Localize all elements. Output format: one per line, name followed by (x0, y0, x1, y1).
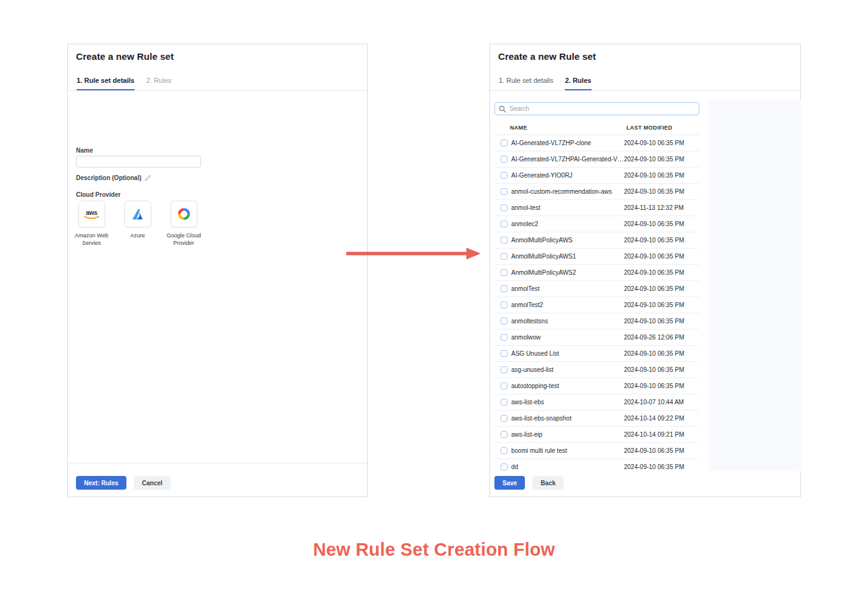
rule-name-cell: AnmolMultiPolicyAWS2 (511, 269, 624, 276)
search-input[interactable] (509, 105, 695, 112)
table-row[interactable]: aws-list-ebs-snapshot 2024-10-14 09:22 P… (494, 411, 699, 427)
rule-name-cell: ASG Unused List (511, 350, 624, 357)
save-button[interactable]: Save (494, 476, 525, 490)
provider-row: aws Amazon Web Servies (72, 201, 204, 247)
create-ruleset-dialog-step2: Create a new Rule set 1. Rule set detail… (489, 44, 801, 497)
row-checkbox[interactable] (501, 350, 507, 357)
last-modified-cell: 2024-09-10 06:35 PM (624, 237, 684, 244)
provider-option-gcp[interactable]: Google Cloud Provider (164, 201, 204, 247)
flow-arrow-icon (344, 245, 483, 262)
provider-name-aws: Amazon Web Servies (72, 232, 111, 247)
row-checkbox[interactable] (501, 204, 507, 211)
provider-card-gcp[interactable] (171, 201, 197, 227)
row-checkbox[interactable] (501, 253, 507, 260)
search-box[interactable] (494, 102, 699, 115)
provider-name-gcp: Google Cloud Provider (164, 232, 204, 247)
back-button[interactable]: Back (532, 476, 564, 490)
row-checkbox[interactable] (501, 431, 507, 438)
table-row[interactable]: anmolwow 2024-09-26 12:06 PM (494, 330, 699, 346)
table-header: NAME LAST MODIFIED (494, 120, 699, 135)
rule-name-cell: anmolwow (511, 334, 624, 341)
row-checkbox[interactable] (501, 334, 507, 341)
table-row[interactable]: anmoltestsns 2024-09-10 06:35 PM (494, 313, 699, 330)
row-checkbox[interactable] (501, 221, 507, 227)
row-checkbox[interactable] (501, 318, 507, 325)
tab-rules[interactable]: 2. Rules (565, 75, 591, 90)
row-checkbox[interactable] (501, 140, 507, 146)
row-checkbox[interactable] (501, 237, 507, 244)
table-row[interactable]: anmol-custom-recommendation-aws 2024-09-… (494, 184, 699, 200)
last-modified-cell: 2024-09-10 06:35 PM (624, 221, 684, 227)
last-modified-cell: 2024-09-10 06:35 PM (624, 269, 684, 276)
cancel-button[interactable]: Cancel (134, 476, 171, 490)
table-row[interactable]: anmol-test 2024-11-13 12:32 PM (494, 200, 699, 216)
rule-details-panel (709, 100, 801, 471)
table-row[interactable]: anmolTest2 2024-09-10 06:35 PM (494, 297, 699, 313)
last-modified-cell: 2024-09-10 06:35 PM (624, 253, 684, 260)
row-checkbox[interactable] (501, 285, 507, 292)
provider-card-aws[interactable]: aws (78, 201, 105, 227)
next-rules-button[interactable]: Next: Rules (76, 476, 126, 490)
cloud-provider-label: Cloud Provider (76, 191, 121, 198)
table-row[interactable]: AnmolMultiPolicyAWS2 2024-09-10 06:35 PM (494, 265, 699, 281)
last-modified-cell: 2024-09-10 06:35 PM (624, 318, 684, 325)
table-row[interactable]: AI-Generated-VL7ZHP-clone 2024-09-10 06:… (494, 135, 699, 151)
table-row[interactable]: AnmolMultiPolicyAWS1 2024-09-10 06:35 PM (494, 249, 699, 265)
row-checkbox[interactable] (501, 415, 507, 422)
search-icon (499, 105, 506, 113)
row-checkbox[interactable] (501, 447, 507, 454)
table-row[interactable]: asg-unused-list 2024-09-10 06:35 PM (494, 362, 699, 378)
rule-name-cell: asg-unused-list (511, 366, 624, 373)
row-checkbox[interactable] (501, 188, 507, 195)
row-checkbox[interactable] (501, 366, 507, 373)
rule-name-cell: dd (511, 463, 624, 470)
rule-name-cell: AI-Generated-YIO0RJ (511, 172, 624, 179)
row-checkbox[interactable] (501, 399, 507, 406)
row-checkbox[interactable] (501, 156, 507, 163)
last-modified-cell: 2024-09-10 06:35 PM (624, 383, 684, 389)
row-checkbox[interactable] (501, 383, 507, 389)
table-row[interactable]: aws-list-eip 2024-10-14 09:21 PM (494, 427, 699, 443)
dialog-title: Create a new Rule set (498, 51, 596, 62)
tab-rules[interactable]: 2. Rules (146, 75, 171, 90)
edit-pencil-icon[interactable] (144, 174, 151, 181)
tab-rule-set-details[interactable]: 1. Rule set details (499, 75, 553, 90)
description-row: Description (Optional) (76, 174, 151, 181)
table-row[interactable]: ASG Unused List 2024-09-10 06:35 PM (494, 346, 699, 362)
name-label: Name (76, 147, 93, 154)
provider-card-azure[interactable] (125, 201, 151, 227)
table-row[interactable]: autostopping-test 2024-09-10 06:35 PM (494, 378, 699, 394)
row-checkbox[interactable] (501, 269, 507, 276)
table-row[interactable]: AI-Generated-YIO0RJ 2024-09-10 06:35 PM (494, 168, 699, 184)
last-modified-cell: 2024-09-10 06:35 PM (624, 188, 684, 195)
table-row[interactable]: AI-Generated-VL7ZHPAI-Generated-VL7ZHPAI… (494, 151, 699, 168)
rule-name-cell: aws-list-ebs-snapshot (511, 415, 624, 422)
row-checkbox[interactable] (501, 302, 507, 308)
rule-name-cell: anmolec2 (511, 221, 624, 227)
rule-name-cell: anmolTest (511, 285, 624, 292)
rule-name-cell: autostopping-test (511, 383, 624, 389)
column-header-last-modified: LAST MODIFIED (626, 125, 672, 131)
table-row[interactable]: dd 2024-09-10 06:35 PM (494, 459, 699, 472)
table-row[interactable]: anmolec2 2024-09-10 06:35 PM (494, 216, 699, 232)
last-modified-cell: 2024-11-13 12:32 PM (624, 204, 684, 211)
tab-rule-set-details[interactable]: 1. Rule set details (77, 75, 134, 90)
table-row[interactable]: aws-list-ebs 2024-10-07 10:44 AM (494, 394, 699, 411)
table-row[interactable]: AnmolMultiPolicyAWS 2024-09-10 06:35 PM (494, 232, 699, 249)
row-checkbox[interactable] (501, 172, 507, 179)
last-modified-cell: 2024-09-10 06:35 PM (624, 156, 684, 163)
rule-name-cell: anmol-test (511, 204, 624, 211)
rule-name-cell: aws-list-eip (511, 431, 624, 438)
provider-option-aws[interactable]: aws Amazon Web Servies (72, 201, 111, 247)
name-input[interactable] (76, 156, 201, 168)
last-modified-cell: 2024-09-10 06:35 PM (624, 285, 684, 292)
table-row[interactable]: boomi multi rule test 2024-09-10 06:35 P… (494, 443, 699, 459)
table-row[interactable]: anmolTest 2024-09-10 06:35 PM (494, 281, 699, 297)
row-checkbox[interactable] (501, 463, 507, 470)
rule-name-cell: aws-list-ebs (511, 399, 624, 406)
last-modified-cell: 2024-09-10 06:35 PM (624, 463, 684, 470)
azure-icon (131, 207, 144, 221)
last-modified-cell: 2024-10-07 10:44 AM (624, 399, 684, 406)
rule-name-cell: AnmolMultiPolicyAWS (511, 237, 624, 244)
provider-option-azure[interactable]: Azure (118, 201, 158, 247)
